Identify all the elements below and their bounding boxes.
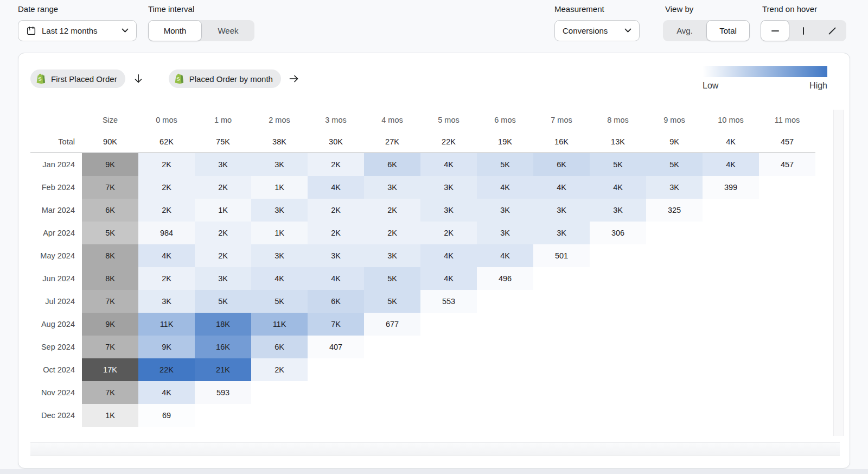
heatmap-cell[interactable]: 3K	[590, 199, 646, 222]
heatmap-cell[interactable]: 3K	[251, 153, 308, 176]
cohort-size-cell[interactable]: 7K	[82, 176, 138, 199]
cohort-size-cell[interactable]: 6K	[82, 199, 138, 222]
heatmap-cell[interactable]: 11K	[251, 313, 308, 336]
heatmap-cell[interactable]: 5K	[251, 290, 308, 313]
heatmap-cell[interactable]: 2K	[138, 199, 195, 222]
heatmap-cell[interactable]: 457	[759, 153, 815, 176]
heatmap-cell[interactable]: 2K	[195, 176, 251, 199]
date-range-dropdown[interactable]: Last 12 months	[18, 20, 137, 41]
heatmap-cell[interactable]: 2K	[364, 199, 420, 222]
heatmap-cell[interactable]: 2K	[364, 222, 420, 244]
heatmap-cell[interactable]: 2K	[308, 222, 364, 244]
heatmap-cell[interactable]: 3K	[477, 222, 533, 244]
heatmap-cell[interactable]: 1K	[251, 176, 308, 199]
heatmap-cell[interactable]: 3K	[420, 199, 477, 222]
cohort-size-cell[interactable]: 17K	[82, 358, 138, 381]
heatmap-cell[interactable]: 5K	[364, 290, 420, 313]
first-event-chip[interactable]: S First Placed Order	[30, 69, 125, 88]
heatmap-cell[interactable]: 3K	[477, 199, 533, 222]
heatmap-cell[interactable]: 2K	[138, 267, 195, 290]
heatmap-cell[interactable]: 5K	[646, 153, 703, 176]
cohort-size-cell[interactable]: 8K	[82, 244, 138, 267]
heatmap-cell[interactable]: 501	[533, 244, 590, 267]
heatmap-cell[interactable]: 5K	[195, 290, 251, 313]
heatmap-cell[interactable]: 1K	[251, 222, 308, 244]
cohort-size-cell[interactable]: 7K	[82, 381, 138, 404]
heatmap-cell[interactable]: 2K	[138, 176, 195, 199]
heatmap-cell[interactable]: 4K	[533, 176, 590, 199]
heatmap-cell[interactable]: 3K	[420, 176, 477, 199]
vertical-scrollbar[interactable]	[833, 110, 844, 436]
heatmap-cell[interactable]: 2K	[420, 222, 477, 244]
heatmap-cell[interactable]: 2K	[251, 358, 308, 381]
heatmap-cell[interactable]: 593	[195, 381, 251, 404]
heatmap-cell[interactable]: 3K	[646, 176, 703, 199]
cohort-size-cell[interactable]: 5K	[82, 222, 138, 244]
trend-horizontal-line-button[interactable]	[761, 20, 789, 41]
heatmap-cell[interactable]: 2K	[195, 222, 251, 244]
cohort-size-cell[interactable]: 8K	[82, 267, 138, 290]
heatmap-cell[interactable]: 4K	[420, 244, 477, 267]
heatmap-cell[interactable]: 6K	[533, 153, 590, 176]
heatmap-cell[interactable]: 7K	[308, 313, 364, 336]
heatmap-cell[interactable]: 3K	[364, 176, 420, 199]
measurement-dropdown[interactable]: Conversions	[554, 20, 640, 41]
heatmap-cell[interactable]: 4K	[308, 176, 364, 199]
heatmap-cell[interactable]: 21K	[195, 358, 251, 381]
heatmap-cell[interactable]: 6K	[251, 336, 308, 358]
heatmap-cell[interactable]: 2K	[138, 153, 195, 176]
heatmap-cell[interactable]: 2K	[308, 199, 364, 222]
heatmap-cell[interactable]: 984	[138, 222, 195, 244]
heatmap-cell[interactable]: 4K	[138, 244, 195, 267]
heatmap-cell[interactable]: 496	[477, 267, 533, 290]
heatmap-cell[interactable]: 11K	[138, 313, 195, 336]
heatmap-cell[interactable]: 4K	[590, 176, 646, 199]
heatmap-cell[interactable]: 3K	[251, 244, 308, 267]
heatmap-cell[interactable]: 553	[420, 290, 477, 313]
heatmap-cell[interactable]: 325	[646, 199, 703, 222]
heatmap-cell[interactable]: 399	[703, 176, 759, 199]
heatmap-cell[interactable]: 677	[364, 313, 420, 336]
cohort-size-cell[interactable]: 9K	[82, 153, 138, 176]
heatmap-cell[interactable]: 5K	[590, 153, 646, 176]
heatmap-cell[interactable]: 5K	[477, 153, 533, 176]
heatmap-cell[interactable]: 3K	[308, 244, 364, 267]
heatmap-cell[interactable]: 4K	[420, 267, 477, 290]
trend-vertical-line-button[interactable]	[789, 20, 818, 41]
heatmap-cell[interactable]: 6K	[308, 290, 364, 313]
heatmap-cell[interactable]: 306	[590, 222, 646, 244]
heatmap-cell[interactable]: 1K	[195, 199, 251, 222]
cohort-size-cell[interactable]: 9K	[82, 313, 138, 336]
heatmap-cell[interactable]: 3K	[533, 199, 590, 222]
heatmap-cell[interactable]: 3K	[251, 199, 308, 222]
heatmap-cell[interactable]: 16K	[195, 336, 251, 358]
trend-diagonal-line-button[interactable]	[818, 20, 846, 41]
tab-avg[interactable]: Avg.	[663, 20, 706, 41]
return-event-chip[interactable]: S Placed Order by month	[169, 69, 281, 88]
heatmap-cell[interactable]: 3K	[364, 244, 420, 267]
heatmap-cell[interactable]: 4K	[308, 267, 364, 290]
heatmap-cell[interactable]: 3K	[195, 153, 251, 176]
heatmap-cell[interactable]: 4K	[703, 153, 759, 176]
heatmap-cell[interactable]: 9K	[138, 336, 195, 358]
cohort-size-cell[interactable]: 7K	[82, 290, 138, 313]
heatmap-cell[interactable]: 4K	[251, 267, 308, 290]
heatmap-cell[interactable]: 22K	[138, 358, 195, 381]
heatmap-cell[interactable]: 3K	[138, 290, 195, 313]
heatmap-cell[interactable]: 3K	[195, 267, 251, 290]
horizontal-scrollbar[interactable]	[30, 442, 840, 456]
heatmap-cell[interactable]: 69	[138, 404, 195, 427]
heatmap-cell[interactable]: 2K	[308, 153, 364, 176]
heatmap-cell[interactable]: 2K	[195, 244, 251, 267]
heatmap-cell[interactable]: 4K	[420, 153, 477, 176]
heatmap-cell[interactable]: 4K	[138, 381, 195, 404]
heatmap-cell[interactable]: 6K	[364, 153, 420, 176]
heatmap-cell[interactable]: 18K	[195, 313, 251, 336]
heatmap-cell[interactable]: 4K	[477, 244, 533, 267]
heatmap-cell[interactable]: 5K	[364, 267, 420, 290]
tab-total[interactable]: Total	[706, 20, 750, 41]
heatmap-cell[interactable]: 3K	[533, 222, 590, 244]
cohort-size-cell[interactable]: 1K	[82, 404, 138, 427]
tab-week[interactable]: Week	[202, 20, 254, 41]
cohort-size-cell[interactable]: 7K	[82, 336, 138, 358]
